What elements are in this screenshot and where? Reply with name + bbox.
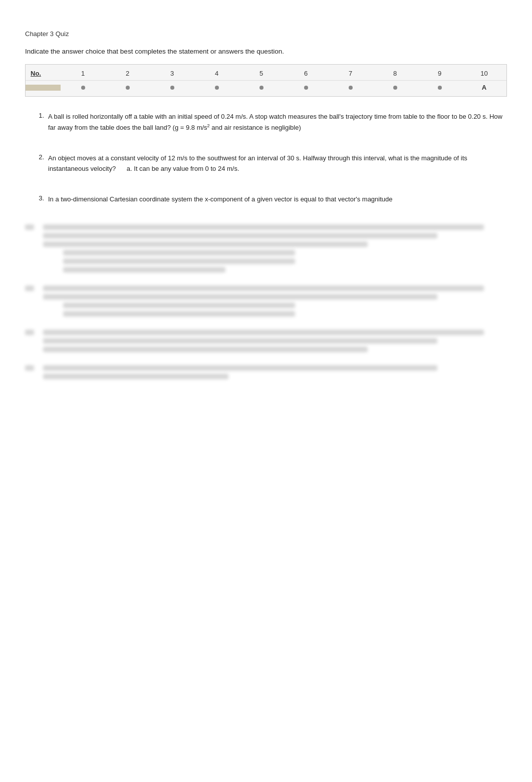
question-1-number: 1. xyxy=(30,112,44,133)
quiz-title: Chapter 3 Quiz xyxy=(25,30,507,38)
grid-answer-3 xyxy=(150,82,194,94)
grid-answer-4 xyxy=(194,82,239,94)
grid-answer-6 xyxy=(284,82,328,94)
question-2-text: An object moves at a constant velocity o… xyxy=(48,154,467,172)
grid-answer-5 xyxy=(239,82,284,94)
blurred-q4 xyxy=(25,224,507,276)
question-2-answer: a. It can be any value from 0 to 24 m/s. xyxy=(127,165,239,172)
grid-header-row: No. 1 2 3 4 5 6 7 8 9 10 xyxy=(26,67,506,81)
answer-grid: No. 1 2 3 4 5 6 7 8 9 10 A xyxy=(25,64,507,97)
question-3-number: 3. xyxy=(30,194,44,205)
grid-answer-row: A xyxy=(26,81,506,94)
blurred-q7 xyxy=(25,365,507,382)
question-2: 2. An object moves at a constant velocit… xyxy=(25,153,507,174)
grid-col-3: 3 xyxy=(150,67,194,80)
grid-col-6: 6 xyxy=(284,67,328,80)
question-3-text: In a two-dimensional Cartesian coordinat… xyxy=(48,195,393,203)
grid-answer-9 xyxy=(417,82,462,94)
grid-answer-8 xyxy=(373,82,417,94)
question-3: 3. In a two-dimensional Cartesian coordi… xyxy=(25,194,507,205)
grid-answer-2 xyxy=(105,82,150,94)
grid-answer-label xyxy=(26,85,61,91)
grid-col-4: 4 xyxy=(194,67,239,80)
grid-answer-7 xyxy=(328,82,373,94)
grid-col-8: 8 xyxy=(373,67,417,80)
grid-answer-1 xyxy=(61,82,105,94)
grid-col-7: 7 xyxy=(328,67,373,80)
question-1: 1. A ball is rolled horizontally off a t… xyxy=(25,112,507,133)
grid-col-2: 2 xyxy=(105,67,150,80)
grid-col-9: 9 xyxy=(417,67,462,80)
blurred-q6 xyxy=(25,330,507,355)
question-2-number: 2. xyxy=(30,153,44,174)
grid-col-1: 1 xyxy=(61,67,105,80)
grid-col-5: 5 xyxy=(239,67,284,80)
blurred-q5 xyxy=(25,286,507,320)
question-1-text: A ball is rolled horizontally off a tabl… xyxy=(48,113,502,131)
grid-answer-10: A xyxy=(462,81,506,94)
grid-label-no: No. xyxy=(26,67,61,80)
grid-col-10: 10 xyxy=(462,67,506,80)
instructions: Indicate the answer choice that best com… xyxy=(25,48,507,55)
blurred-content xyxy=(25,224,507,382)
